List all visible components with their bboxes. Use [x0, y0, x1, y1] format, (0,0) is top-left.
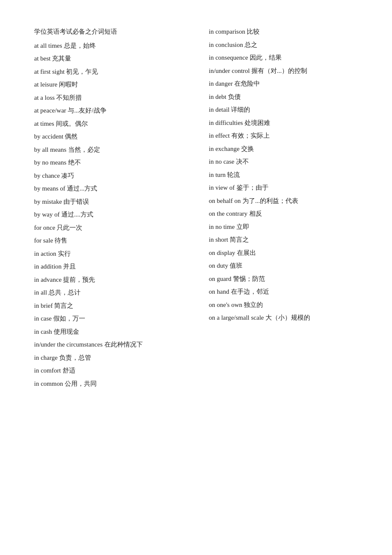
left-item-21: in case 假如，万一	[34, 312, 183, 325]
left-item-23: in/under the circumstances 在此种情况下	[34, 338, 183, 351]
left-item-9: by no means 绝不	[34, 156, 183, 169]
left-item-10: by chance 凑巧	[34, 170, 183, 182]
left-item-20: in brief 简言之	[34, 300, 183, 312]
page-title: 学位英语考试必备之介词短语	[34, 26, 183, 38]
left-item-25: in comfort 舒适	[34, 364, 183, 377]
right-item-0: in comparison 比较	[209, 26, 358, 38]
left-item-0: at all times 总是，始终	[34, 40, 183, 52]
right-item-6: in detail 详细的	[209, 104, 358, 116]
right-item-22: on a large/small scale 大（小）规模的	[209, 312, 358, 324]
right-item-14: on the contrary 相反	[209, 208, 358, 220]
main-content: 学位英语考试必备之介词短语 at all times 总是，始终at best …	[34, 26, 358, 390]
left-item-17: in addition 并且	[34, 260, 183, 273]
right-item-8: in effect 有效；实际上	[209, 130, 358, 142]
left-item-12: by mistake 由于错误	[34, 196, 183, 208]
right-item-3: in/under control 握有（对...）的控制	[209, 65, 358, 77]
right-item-1: in conclusion 总之	[209, 39, 358, 51]
right-item-9: in exchange 交换	[209, 143, 358, 155]
right-item-21: on one's own 独立的	[209, 299, 358, 311]
right-item-17: on display 在展出	[209, 247, 358, 259]
left-item-15: for sale 待售	[34, 234, 183, 247]
right-item-10: in no case 决不	[209, 156, 358, 168]
right-item-7: in difficulties 处境困难	[209, 117, 358, 129]
left-item-6: at times 间或。偶尔	[34, 118, 183, 130]
left-item-19: in all 总共，总计	[34, 286, 183, 299]
left-item-13: by way of 通过....方式	[34, 208, 183, 221]
left-item-22: in cash 使用现金	[34, 326, 183, 338]
right-item-18: on duty 值班	[209, 260, 358, 272]
left-item-11: by means of 通过...方式	[34, 182, 183, 195]
left-item-14: for once 只此一次	[34, 222, 183, 234]
right-item-11: in turn 轮流	[209, 169, 358, 181]
right-item-15: in no time 立即	[209, 221, 358, 233]
right-item-4: in danger 在危险中	[209, 78, 358, 90]
left-column: 学位英语考试必备之介词短语 at all times 总是，始终at best …	[34, 26, 200, 390]
left-item-18: in advance 提前，预先	[34, 274, 183, 286]
right-item-2: in consequence 因此，结果	[209, 52, 358, 64]
right-item-12: in view of 鉴于；由于	[209, 182, 358, 194]
left-item-1: at best 充其量	[34, 52, 183, 65]
left-item-4: at a loss 不知所措	[34, 92, 183, 104]
right-item-20: on hand 在手边，邻近	[209, 286, 358, 298]
left-item-26: in common 公用，共同	[34, 378, 183, 390]
left-item-7: by accident 偶然	[34, 130, 183, 143]
left-item-24: in charge 负责，总管	[34, 352, 183, 364]
right-column: in comparison 比较in conclusion 总之in conse…	[200, 26, 358, 390]
left-item-2: at first sight 初见，乍见	[34, 66, 183, 78]
left-item-16: in action 实行	[34, 248, 183, 260]
left-item-3: at leisure 闲暇时	[34, 78, 183, 91]
left-item-8: by all means 当然，必定	[34, 144, 183, 156]
right-item-19: on guard 警惕；防范	[209, 273, 358, 285]
right-item-13: on behalf on 为了...的利益；代表	[209, 195, 358, 207]
left-item-5: at peace/war 与...友好/战争	[34, 104, 183, 117]
right-item-5: in debt 负债	[209, 91, 358, 103]
right-item-16: in short 简言之	[209, 234, 358, 246]
